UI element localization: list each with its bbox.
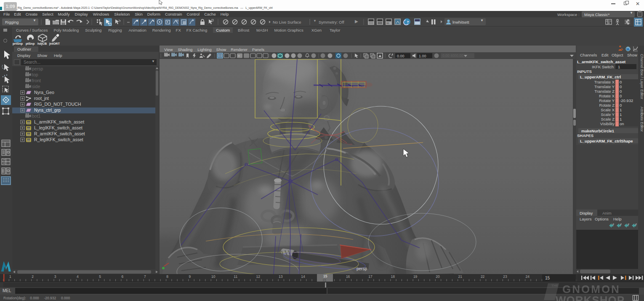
svg-text:Show: Show	[627, 53, 637, 57]
svg-text:17: 17	[368, 274, 373, 279]
svg-text:24: 24	[526, 274, 530, 279]
svg-text:10: 10	[211, 274, 216, 279]
svg-text:15: 15	[545, 276, 550, 280]
svg-text:WORKSHOP: WORKSHOP	[556, 294, 625, 301]
svg-text:Edit: Edit	[601, 53, 609, 57]
svg-text:ptSnp: ptSnp	[26, 42, 35, 46]
svg-text:2: 2	[32, 274, 34, 279]
svg-text:9: 9	[189, 274, 191, 279]
svg-text:1: 1	[9, 274, 11, 279]
svg-text:20: 20	[436, 274, 440, 279]
svg-text:22: 22	[481, 274, 485, 279]
svg-text:hdjCB: hdjCB	[37, 42, 47, 46]
svg-text:0: 0	[620, 89, 622, 94]
svg-text:6: 6	[122, 274, 124, 279]
svg-text:-20.932: -20.932	[620, 98, 633, 103]
svg-text:Scale Y: Scale Y	[601, 112, 615, 117]
svg-text:+: +	[238, 54, 240, 58]
svg-text:0.00: 0.00	[397, 54, 404, 58]
svg-text:1.00: 1.00	[419, 54, 426, 58]
svg-text:15: 15	[323, 274, 327, 278]
svg-text:L_upperARM_FK_ctrl: L_upperARM_FK_ctrl	[580, 75, 621, 79]
svg-text:L_armIKFK_switch_asset: L_armIKFK_switch_asset	[577, 59, 626, 64]
svg-text:SHAPES: SHAPES	[577, 133, 593, 138]
svg-text:11: 11	[234, 274, 237, 279]
svg-text:0.00 4000.00: 0.00 4000.00	[442, 54, 463, 58]
svg-text:Display: Display	[580, 211, 593, 215]
svg-text:Translate Y: Translate Y	[594, 84, 615, 89]
svg-text:L_armIKFK_switch_asset: L_armIKFK_switch_asset	[34, 119, 84, 124]
svg-text:Options: Options	[595, 217, 609, 221]
svg-text:13: 13	[279, 274, 283, 279]
svg-text:14: 14	[301, 274, 305, 279]
svg-text:root_jnt: root_jnt	[34, 96, 49, 101]
svg-text:Rotate Y: Rotate Y	[599, 98, 615, 103]
svg-text:1: 1	[618, 64, 620, 69]
svg-text:front: front	[32, 78, 41, 83]
svg-text:Translate X: Translate X	[594, 80, 615, 84]
svg-text:15: 15	[322, 278, 326, 282]
svg-text:1: 1	[620, 117, 622, 121]
svg-text:Nyra_Geo: Nyra_Geo	[34, 90, 54, 95]
svg-text:19: 19	[413, 274, 418, 279]
svg-text:on: on	[620, 121, 624, 126]
svg-text:Channels: Channels	[580, 53, 597, 57]
svg-text:Rotate Z: Rotate Z	[599, 103, 615, 108]
svg-text:23: 23	[503, 274, 507, 279]
svg-text:1: 1	[620, 108, 622, 112]
svg-text:18: 18	[391, 274, 395, 279]
svg-text:Scale Z: Scale Z	[601, 117, 615, 121]
svg-text:RIG_DO_NOT_TOUCH: RIG_DO_NOT_TOUCH	[34, 102, 81, 107]
svg-text:Layers: Layers	[580, 217, 592, 221]
svg-text:1: 1	[620, 112, 622, 117]
svg-text:21: 21	[458, 274, 463, 279]
svg-text:L_legIKFK_switch_asset: L_legIKFK_switch_asset	[34, 125, 82, 130]
svg-text:R_legIKFK_switch_asset: R_legIKFK_switch_asset	[34, 137, 83, 142]
svg-text:Object: Object	[612, 53, 623, 57]
svg-text:8: 8	[166, 274, 168, 279]
svg-text:3: 3	[54, 274, 56, 279]
svg-text:0: 0	[620, 103, 622, 108]
svg-text:60: 60	[386, 22, 389, 24]
svg-text:Anim: Anim	[602, 211, 612, 215]
svg-text:Help: Help	[613, 217, 622, 221]
svg-text:prtSnp: prtSnp	[13, 42, 23, 46]
svg-text:0: 0	[620, 84, 622, 89]
svg-text:top: top	[32, 72, 38, 77]
svg-text:+: +	[332, 53, 334, 56]
svg-text:persp: persp	[357, 266, 367, 271]
svg-text:12: 12	[256, 274, 261, 279]
svg-text:Translate Z: Translate Z	[594, 89, 615, 94]
svg-text:IKFK Switch: IKFK Switch	[592, 64, 614, 69]
svg-text:makeNurbCircle1: makeNurbCircle1	[581, 129, 615, 133]
svg-text:7: 7	[144, 274, 146, 279]
svg-text:persp: persp	[32, 66, 43, 71]
svg-text:Visibility: Visibility	[600, 121, 615, 126]
svg-text:Scale X: Scale X	[601, 108, 615, 112]
svg-text:16: 16	[346, 274, 350, 279]
svg-text:jntORT: jntORT	[49, 42, 60, 46]
svg-text:0: 0	[620, 80, 622, 84]
svg-text:0: 0	[620, 94, 622, 98]
svg-text:4: 4	[77, 274, 79, 279]
svg-text:Rotate X: Rotate X	[599, 94, 615, 98]
svg-text:R_armIKFK_switch_asset: R_armIKFK_switch_asset	[34, 131, 85, 136]
svg-text:INPUTS: INPUTS	[577, 69, 592, 74]
svg-text:Nyra_ctrl_grp: Nyra_ctrl_grp	[34, 108, 61, 113]
svg-text:30: 30	[176, 19, 178, 22]
svg-text:THE: THE	[551, 284, 559, 288]
svg-text:side: side	[32, 84, 40, 89]
svg-text:L_upperARM_FK_ctrlShape: L_upperARM_FK_ctrlShape	[580, 139, 633, 143]
svg-text:5: 5	[99, 274, 101, 279]
svg-text:bot1: bot1	[32, 113, 41, 118]
